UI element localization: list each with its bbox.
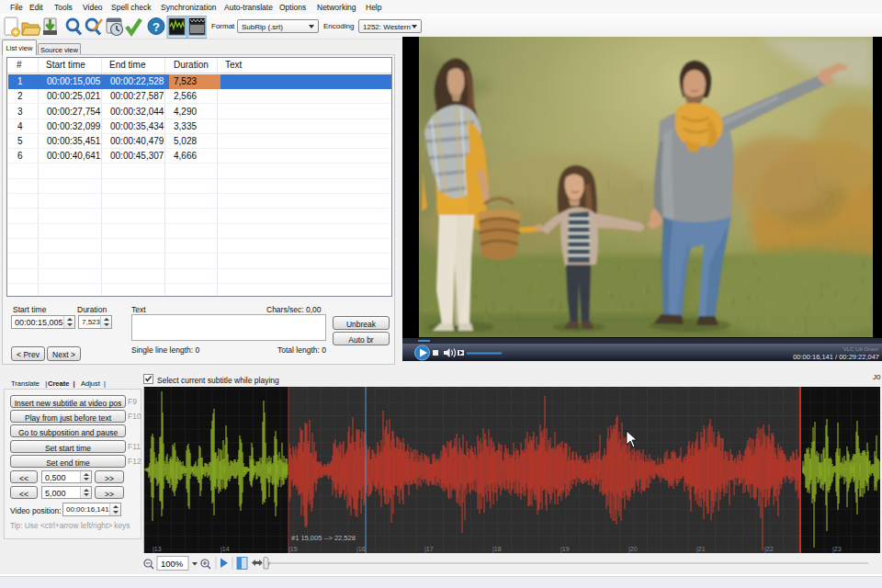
svg-text:|16: |16 — [356, 546, 366, 553]
svg-text:|15: |15 — [288, 546, 298, 553]
svg-text:|14: |14 — [220, 546, 230, 553]
svg-text:|13: |13 — [153, 546, 162, 553]
svg-text:00:00:16,141 / 00:29:22,047: 00:00:16,141 / 00:29:22,047 — [793, 353, 879, 361]
svg-text:#1 15,005 --> 22,528: #1 15,005 --> 22,528 — [291, 534, 356, 542]
svg-text:|17: |17 — [424, 546, 434, 553]
svg-text:|23: |23 — [832, 546, 842, 553]
svg-text:?: ? — [153, 20, 160, 34]
svg-text:VLC Lib Down: VLC Lib Down — [843, 346, 878, 352]
svg-text:|20: |20 — [628, 546, 638, 553]
svg-text:|19: |19 — [560, 546, 570, 553]
svg-text:|18: |18 — [492, 546, 502, 553]
svg-text:|21: |21 — [696, 546, 706, 553]
svg-text:100%: 100% — [161, 559, 184, 569]
svg-text:|22: |22 — [764, 546, 774, 553]
